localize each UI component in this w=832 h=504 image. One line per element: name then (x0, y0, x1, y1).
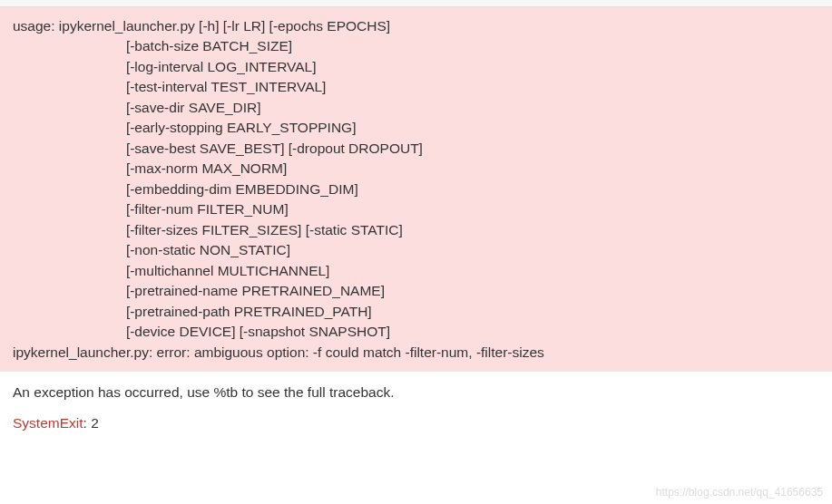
watermark-text: https://blog.csdn.net/qq_41656635 (656, 486, 823, 499)
exception-name: SystemExit (13, 415, 83, 431)
exception-value: 2 (91, 415, 99, 431)
stderr-output: usage: ipykernel_launcher.py [-h] [-lr L… (0, 7, 832, 372)
system-exit-line: SystemExit: 2 (0, 406, 832, 437)
cell-top-border (0, 0, 832, 7)
exception-separator: : (83, 415, 92, 431)
exception-message: An exception has occurred, use %tb to se… (0, 372, 832, 406)
